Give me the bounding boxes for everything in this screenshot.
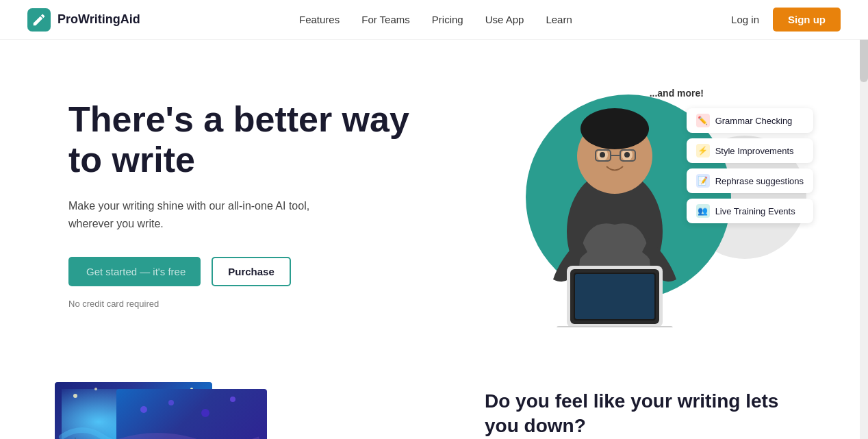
svg-point-5 [600,152,605,158]
chip-rephrase: 📝 Rephrase suggestions [687,168,813,193]
logo-text: ProWritingAid [58,12,140,27]
logo-link[interactable]: ProWritingAid [27,8,140,32]
section-two-heading: Do you feel like your writing lets you d… [485,389,813,439]
svg-point-15 [73,394,77,398]
navbar: ProWritingAid Features For Teams Pricing… [0,0,868,40]
nav-pricing[interactable]: Pricing [432,14,463,25]
chip-style-icon: ⚡ [696,144,710,158]
chip-grammar: ✏️ Grammar Checking [687,108,813,133]
svg-rect-13 [557,326,673,327]
chip-training-icon: 👥 [696,204,710,218]
section-two-artwork: My idea in my head [55,382,329,439]
hero-subtext: Make your writing shine with our all-in-… [68,197,342,232]
svg-rect-14 [575,274,654,319]
hero-illustration-container: ...and more! ✏️ Grammar Checking ⚡ Style… [485,81,813,327]
svg-point-16 [94,388,97,390]
painting-overlay [116,389,267,439]
nav-for-teams[interactable]: For Teams [361,14,410,25]
svg-point-23 [201,409,209,417]
nav-right: Log in Sign up [731,8,841,32]
hero-left: There's a better way to write Make your … [68,99,424,310]
purchase-button[interactable]: Purchase [212,257,291,286]
nav-links: Features For Teams Pricing Use App Learn [299,14,572,26]
section-two: My idea in my head Do you feel like your… [0,355,868,439]
hero-headline: There's a better way to write [68,99,424,181]
logo-icon [27,8,51,32]
svg-point-24 [230,397,235,402]
hero-section: There's a better way to write Make your … [0,40,868,355]
hero-buttons: Get started— it's free Purchase [68,257,424,286]
svg-point-22 [168,400,174,405]
chip-grammar-icon: ✏️ [696,114,710,127]
svg-point-21 [140,406,147,413]
section-two-text: Do you feel like your writing lets you d… [485,382,813,439]
page-scrollbar[interactable] [860,0,868,439]
and-more-text: ...and more! [650,88,704,99]
svg-point-6 [624,152,630,158]
hero-illustration: ...and more! ✏️ Grammar Checking ⚡ Style… [485,81,813,327]
get-started-button[interactable]: Get started— it's free [68,257,201,286]
svg-point-2 [580,108,649,149]
artwork-container: My idea in my head [55,382,315,439]
person-illustration [519,81,711,327]
signup-button[interactable]: Sign up [773,8,841,32]
chip-style: ⚡ Style Improvements [687,138,813,163]
chip-rephrase-icon: 📝 [696,174,710,188]
chip-training: 👥 Live Training Events [687,199,813,223]
logo-svg [31,12,47,27]
nav-learn[interactable]: Learn [546,14,572,25]
nav-features[interactable]: Features [299,14,340,25]
login-button[interactable]: Log in [731,14,759,25]
nav-use-app[interactable]: Use App [485,14,524,25]
no-credit-card-text: No credit card required [68,299,424,309]
feature-chips: ✏️ Grammar Checking ⚡ Style Improvements… [687,108,813,223]
overlay-svg [116,389,267,439]
